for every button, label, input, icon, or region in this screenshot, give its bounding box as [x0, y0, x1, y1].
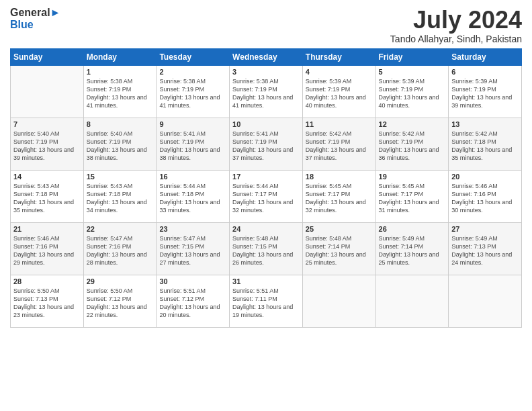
table-row: 10 Sunrise: 5:41 AMSunset: 7:19 PMDaylig…: [230, 118, 303, 170]
table-row: 13 Sunrise: 5:42 AMSunset: 7:18 PMDaylig…: [449, 118, 522, 170]
table-row: [375, 275, 449, 327]
table-row: 14 Sunrise: 5:43 AMSunset: 7:18 PMDaylig…: [11, 170, 84, 222]
table-row: 20 Sunrise: 5:46 AMSunset: 7:16 PMDaylig…: [449, 170, 522, 222]
table-row: 30 Sunrise: 5:51 AMSunset: 7:12 PMDaylig…: [157, 275, 230, 327]
table-row: 8 Sunrise: 5:40 AMSunset: 7:19 PMDayligh…: [83, 118, 157, 170]
day-number: 29: [87, 277, 154, 285]
col-monday: Monday: [83, 48, 157, 65]
table-row: 28 Sunrise: 5:50 AMSunset: 7:13 PMDaylig…: [11, 275, 84, 327]
logo-general: General►: [10, 7, 60, 19]
day-info: Sunrise: 5:45 AMSunset: 7:17 PMDaylight:…: [306, 182, 373, 215]
day-info: Sunrise: 5:39 AMSunset: 7:19 PMDaylight:…: [306, 77, 373, 110]
day-info: Sunrise: 5:50 AMSunset: 7:13 PMDaylight:…: [13, 287, 81, 320]
day-number: 4: [306, 68, 373, 76]
day-number: 20: [451, 173, 519, 181]
table-row: 11 Sunrise: 5:42 AMSunset: 7:19 PMDaylig…: [302, 118, 375, 170]
day-number: 9: [159, 120, 226, 128]
table-row: 5 Sunrise: 5:39 AMSunset: 7:19 PMDayligh…: [375, 65, 449, 118]
col-friday: Friday: [375, 48, 449, 65]
day-info: Sunrise: 5:49 AMSunset: 7:14 PMDaylight:…: [379, 234, 446, 267]
day-number: 7: [13, 120, 81, 128]
page: General► Blue July 2024 Tando Allahyar, …: [0, 0, 532, 411]
calendar-table: Sunday Monday Tuesday Wednesday Thursday…: [10, 48, 522, 328]
day-info: Sunrise: 5:38 AMSunset: 7:19 PMDaylight:…: [87, 77, 154, 110]
day-number: 28: [13, 277, 81, 285]
day-info: Sunrise: 5:51 AMSunset: 7:12 PMDaylight:…: [159, 287, 226, 320]
day-info: Sunrise: 5:39 AMSunset: 7:19 PMDaylight:…: [451, 77, 519, 110]
day-number: 6: [451, 68, 519, 76]
week-row-2: 7 Sunrise: 5:40 AMSunset: 7:19 PMDayligh…: [11, 118, 522, 170]
table-row: [11, 65, 84, 118]
day-info: Sunrise: 5:48 AMSunset: 7:15 PMDaylight:…: [232, 234, 300, 267]
table-row: 18 Sunrise: 5:45 AMSunset: 7:17 PMDaylig…: [302, 170, 375, 222]
day-number: 18: [306, 173, 373, 181]
table-row: 6 Sunrise: 5:39 AMSunset: 7:19 PMDayligh…: [449, 65, 522, 118]
table-row: 24 Sunrise: 5:48 AMSunset: 7:15 PMDaylig…: [230, 222, 303, 275]
table-row: [302, 275, 375, 327]
table-row: 9 Sunrise: 5:41 AMSunset: 7:19 PMDayligh…: [157, 118, 230, 170]
table-row: 17 Sunrise: 5:44 AMSunset: 7:17 PMDaylig…: [230, 170, 303, 222]
table-row: 25 Sunrise: 5:48 AMSunset: 7:14 PMDaylig…: [302, 222, 375, 275]
table-row: 12 Sunrise: 5:42 AMSunset: 7:19 PMDaylig…: [375, 118, 449, 170]
table-row: 21 Sunrise: 5:46 AMSunset: 7:16 PMDaylig…: [11, 222, 84, 275]
day-number: 27: [451, 225, 519, 233]
table-row: 19 Sunrise: 5:45 AMSunset: 7:17 PMDaylig…: [375, 170, 449, 222]
col-thursday: Thursday: [302, 48, 375, 65]
table-row: 27 Sunrise: 5:49 AMSunset: 7:13 PMDaylig…: [449, 222, 522, 275]
day-number: 19: [379, 173, 446, 181]
table-row: 7 Sunrise: 5:40 AMSunset: 7:19 PMDayligh…: [11, 118, 84, 170]
day-number: 12: [379, 120, 446, 128]
day-number: 11: [306, 120, 373, 128]
day-info: Sunrise: 5:46 AMSunset: 7:16 PMDaylight:…: [13, 234, 81, 267]
col-saturday: Saturday: [449, 48, 522, 65]
day-info: Sunrise: 5:51 AMSunset: 7:11 PMDaylight:…: [232, 287, 300, 320]
month-title: July 2024: [390, 7, 522, 34]
day-info: Sunrise: 5:48 AMSunset: 7:14 PMDaylight:…: [306, 234, 373, 267]
day-info: Sunrise: 5:38 AMSunset: 7:19 PMDaylight:…: [232, 77, 300, 110]
day-info: Sunrise: 5:47 AMSunset: 7:15 PMDaylight:…: [159, 234, 226, 267]
week-row-4: 21 Sunrise: 5:46 AMSunset: 7:16 PMDaylig…: [11, 222, 522, 275]
day-info: Sunrise: 5:41 AMSunset: 7:19 PMDaylight:…: [232, 130, 300, 163]
table-row: 31 Sunrise: 5:51 AMSunset: 7:11 PMDaylig…: [230, 275, 303, 327]
day-number: 25: [306, 225, 373, 233]
day-number: 2: [159, 68, 226, 76]
day-info: Sunrise: 5:43 AMSunset: 7:18 PMDaylight:…: [13, 182, 81, 215]
col-wednesday: Wednesday: [230, 48, 303, 65]
table-row: 16 Sunrise: 5:44 AMSunset: 7:18 PMDaylig…: [157, 170, 230, 222]
day-number: 24: [232, 225, 300, 233]
table-row: [449, 275, 522, 327]
day-info: Sunrise: 5:40 AMSunset: 7:19 PMDaylight:…: [87, 130, 154, 163]
day-number: 30: [159, 277, 226, 285]
table-row: 26 Sunrise: 5:49 AMSunset: 7:14 PMDaylig…: [375, 222, 449, 275]
week-row-5: 28 Sunrise: 5:50 AMSunset: 7:13 PMDaylig…: [11, 275, 522, 327]
day-number: 21: [13, 225, 81, 233]
day-number: 23: [159, 225, 226, 233]
day-info: Sunrise: 5:43 AMSunset: 7:18 PMDaylight:…: [87, 182, 154, 215]
day-number: 13: [451, 120, 519, 128]
day-number: 8: [87, 120, 154, 128]
day-number: 5: [379, 68, 446, 76]
day-info: Sunrise: 5:47 AMSunset: 7:16 PMDaylight:…: [87, 234, 154, 267]
day-info: Sunrise: 5:49 AMSunset: 7:13 PMDaylight:…: [451, 234, 519, 267]
table-row: 29 Sunrise: 5:50 AMSunset: 7:12 PMDaylig…: [83, 275, 157, 327]
day-number: 16: [159, 173, 226, 181]
day-info: Sunrise: 5:44 AMSunset: 7:17 PMDaylight:…: [232, 182, 300, 215]
col-sunday: Sunday: [11, 48, 84, 65]
day-number: 1: [87, 68, 154, 76]
day-info: Sunrise: 5:40 AMSunset: 7:19 PMDaylight:…: [13, 130, 81, 163]
table-row: 2 Sunrise: 5:38 AMSunset: 7:19 PMDayligh…: [157, 65, 230, 118]
table-row: 1 Sunrise: 5:38 AMSunset: 7:19 PMDayligh…: [83, 65, 157, 118]
week-row-3: 14 Sunrise: 5:43 AMSunset: 7:18 PMDaylig…: [11, 170, 522, 222]
table-row: 15 Sunrise: 5:43 AMSunset: 7:18 PMDaylig…: [83, 170, 157, 222]
day-info: Sunrise: 5:41 AMSunset: 7:19 PMDaylight:…: [159, 130, 226, 163]
day-number: 26: [379, 225, 446, 233]
day-number: 10: [232, 120, 300, 128]
logo: General► Blue: [10, 7, 60, 30]
header: General► Blue July 2024 Tando Allahyar, …: [10, 7, 522, 44]
day-number: 22: [87, 225, 154, 233]
day-info: Sunrise: 5:45 AMSunset: 7:17 PMDaylight:…: [379, 182, 446, 215]
day-number: 15: [87, 173, 154, 181]
table-row: 3 Sunrise: 5:38 AMSunset: 7:19 PMDayligh…: [230, 65, 303, 118]
day-info: Sunrise: 5:42 AMSunset: 7:19 PMDaylight:…: [379, 130, 446, 163]
day-info: Sunrise: 5:42 AMSunset: 7:18 PMDaylight:…: [451, 130, 519, 163]
